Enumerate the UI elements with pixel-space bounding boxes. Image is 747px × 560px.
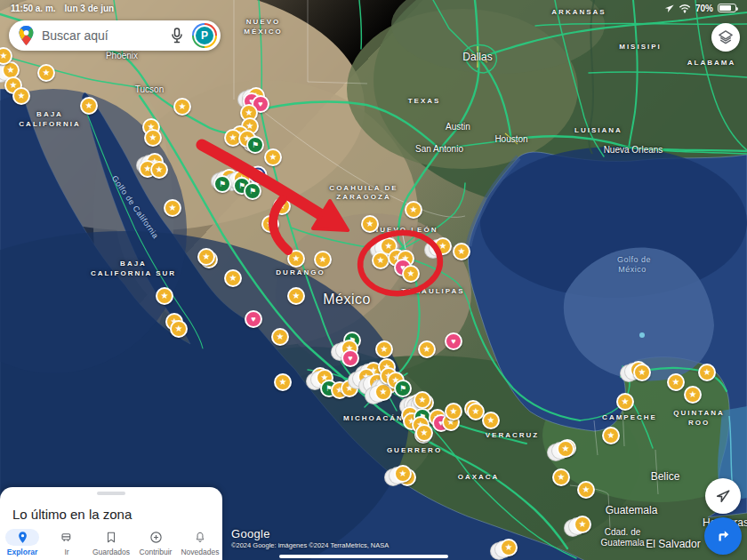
marker-star[interactable]: ★ bbox=[170, 320, 188, 338]
marker-star[interactable]: ★ bbox=[224, 269, 242, 287]
marker-star[interactable]: ★ bbox=[80, 97, 98, 115]
nav-tab-contribuir[interactable]: Contribuir bbox=[133, 529, 178, 556]
marker-cluster[interactable]: ★ bbox=[500, 539, 518, 556]
bottom-sheet: Lo último en la zona Explorar Ir Guardad… bbox=[0, 487, 222, 560]
sheet-title: Lo último en la zona bbox=[12, 507, 132, 522]
marker-star[interactable]: ★ bbox=[402, 265, 420, 283]
marker-flag[interactable]: ⚑ bbox=[394, 380, 412, 397]
commute-icon bbox=[50, 529, 84, 546]
battery-icon bbox=[718, 4, 736, 12]
marker-star[interactable]: ★ bbox=[261, 215, 279, 233]
marker-star[interactable]: ★ bbox=[273, 197, 291, 215]
marker-star[interactable]: ★ bbox=[445, 403, 462, 420]
google-maps-app: PhoenixTucsonNUEVOMÉXICODallasTEXASAusti… bbox=[0, 0, 747, 560]
marker-heart[interactable]: ♥ bbox=[341, 349, 359, 367]
map-attribution: Google ©2024 Google: imágenes ©2024 Terr… bbox=[231, 527, 389, 549]
marker-star[interactable]: ★ bbox=[552, 468, 570, 486]
marker-star[interactable]: ★ bbox=[164, 199, 181, 217]
marker-flag[interactable]: ⚑ bbox=[246, 136, 264, 154]
nav-tab-novedades[interactable]: Novedades bbox=[178, 529, 222, 556]
marker-star[interactable]: ★ bbox=[12, 87, 30, 105]
wifi-icon bbox=[679, 4, 691, 13]
marker-star[interactable]: ★ bbox=[264, 148, 282, 166]
marker-star[interactable]: ★ bbox=[341, 380, 358, 397]
map-markers: ★★★★★★★★★★★★★★★★★★★♥♥★★★★★★⚑★★★⚑⚑⚑★★★★★★… bbox=[0, 0, 747, 560]
explore-pin-icon bbox=[5, 529, 39, 546]
marker-star[interactable]: ★ bbox=[375, 340, 393, 358]
layers-button[interactable] bbox=[711, 23, 740, 52]
marker-star[interactable]: ★ bbox=[274, 373, 292, 391]
navigation-arrow-icon bbox=[715, 488, 731, 504]
battery-percent: 70% bbox=[695, 4, 713, 13]
marker-cluster[interactable]: ★ bbox=[557, 440, 574, 458]
bookmark-icon bbox=[94, 529, 128, 546]
date: lun 3 de jun bbox=[65, 4, 115, 13]
add-circle-icon bbox=[139, 529, 173, 546]
marker-star[interactable]: ★ bbox=[156, 287, 173, 305]
my-location-button[interactable] bbox=[705, 478, 741, 514]
directions-icon bbox=[715, 528, 731, 544]
marker-star[interactable]: ★ bbox=[616, 393, 634, 411]
nav-tab-explorar[interactable]: Explorar bbox=[0, 529, 44, 556]
search-bar[interactable]: Buscar aquí P bbox=[9, 20, 221, 51]
marker-star[interactable]: ★ bbox=[577, 481, 595, 499]
layers-icon bbox=[719, 30, 733, 44]
status-bar: 11:50 a. m. lun 3 de jun 70% bbox=[0, 0, 747, 16]
marker-star[interactable]: ★ bbox=[197, 248, 215, 266]
marker-star[interactable]: ★ bbox=[414, 391, 431, 409]
marker-star[interactable]: ★ bbox=[361, 215, 379, 233]
marker-star[interactable]: ★ bbox=[602, 427, 620, 444]
marker-star[interactable]: ★ bbox=[150, 161, 168, 179]
marker-star[interactable]: ★ bbox=[418, 340, 436, 358]
marker-star[interactable]: ★ bbox=[633, 364, 651, 381]
marker-heart[interactable]: ♥ bbox=[245, 310, 262, 328]
marker-heart[interactable]: ♥ bbox=[445, 332, 462, 350]
location-services-icon bbox=[664, 4, 674, 13]
marker-star[interactable]: ★ bbox=[144, 129, 162, 147]
google-maps-pin-icon bbox=[18, 25, 35, 46]
marker-cluster[interactable]: ★ bbox=[394, 465, 412, 483]
bell-icon bbox=[183, 529, 217, 546]
marker-star[interactable]: ★ bbox=[314, 251, 332, 268]
marker-cluster[interactable]: ★ bbox=[574, 516, 591, 533]
marker-star[interactable]: ★ bbox=[372, 252, 390, 269]
marker-star[interactable]: ★ bbox=[287, 250, 305, 268]
marker-cluster[interactable]: ★ bbox=[434, 237, 452, 255]
marker-star[interactable]: ★ bbox=[684, 386, 702, 404]
marker-flag[interactable]: ⚑ bbox=[244, 182, 261, 200]
sheet-drag-handle[interactable] bbox=[97, 492, 125, 495]
home-indicator[interactable] bbox=[279, 555, 448, 558]
google-logo: Google bbox=[231, 527, 389, 540]
clock: 11:50 a. m. bbox=[11, 4, 56, 13]
marker-star[interactable]: ★ bbox=[173, 98, 191, 116]
marker-star[interactable]: ★ bbox=[271, 328, 289, 346]
marker-star[interactable]: ★ bbox=[667, 373, 685, 391]
marker-star[interactable]: ★ bbox=[37, 64, 55, 82]
search-input[interactable]: Buscar aquí bbox=[42, 28, 167, 43]
nav-tab-ir[interactable]: Ir bbox=[44, 529, 89, 556]
marker-star[interactable]: ★ bbox=[482, 412, 500, 429]
marker-flag[interactable]: ⚑ bbox=[213, 175, 231, 193]
bottom-nav: Explorar Ir Guardados Contribuir bbox=[0, 529, 222, 556]
marker-star[interactable]: ★ bbox=[453, 243, 470, 260]
marker-star[interactable]: ★ bbox=[415, 424, 433, 442]
nav-tab-guardados[interactable]: Guardados bbox=[89, 529, 133, 556]
mic-button[interactable] bbox=[167, 26, 187, 45]
marker-star[interactable]: ★ bbox=[405, 201, 422, 219]
copyright-line: ©2024 Google: imágenes ©2024 TerraMetric… bbox=[231, 541, 389, 549]
directions-button[interactable] bbox=[704, 517, 742, 555]
marker-star[interactable]: ★ bbox=[698, 364, 716, 381]
account-avatar[interactable]: P bbox=[192, 23, 217, 48]
marker-star[interactable]: ★ bbox=[287, 287, 305, 305]
